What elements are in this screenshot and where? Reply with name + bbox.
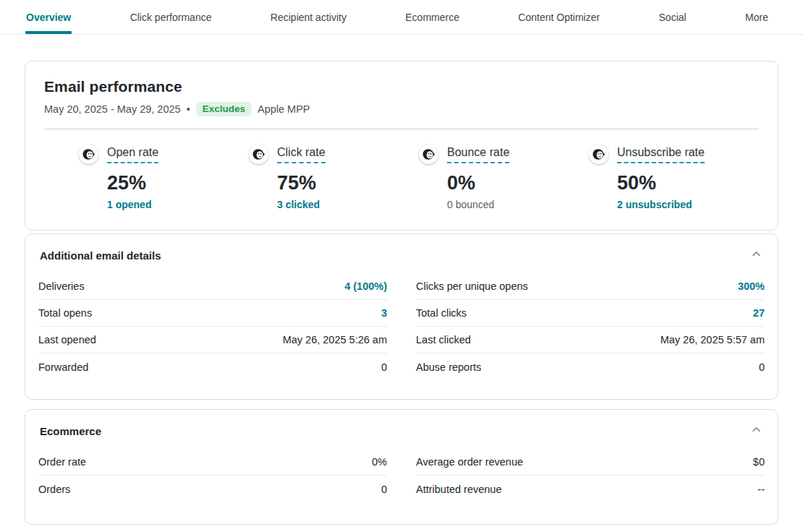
bounce-rate-label[interactable]: Bounce rate — [447, 146, 509, 163]
open-rate-value: 25% — [107, 172, 249, 194]
ecommerce-left-column: Order rate 0% Orders 0 — [38, 449, 387, 502]
table-row: Orders 0 — [38, 476, 387, 502]
total-opens-value-link[interactable]: 3 — [381, 307, 387, 319]
details-right-column: Clicks per unique opens 300% Total click… — [416, 273, 765, 380]
bounced-text: 0 bounced — [447, 199, 494, 210]
table-row: Total clicks 27 — [416, 300, 765, 327]
chevron-up-icon — [751, 249, 762, 262]
tab-label: Content Optimizer — [518, 12, 600, 23]
row-label: Total clicks — [416, 307, 467, 319]
report-tabbar: Overview Click performance Recipient act… — [0, 0, 803, 35]
row-label: Forwarded — [38, 361, 88, 373]
details-left-column: Deliveries 4 (100%) Total opens 3 Last o… — [38, 273, 387, 380]
deliveries-value-link[interactable]: 4 (100%) — [344, 280, 387, 292]
tab-social[interactable]: Social — [659, 0, 687, 34]
last-opened-value: May 26, 2025 5:26 am — [283, 334, 387, 346]
tab-label: Click performance — [130, 12, 212, 23]
header-divider — [44, 129, 759, 129]
clicked-link[interactable]: 3 clicked — [277, 199, 320, 210]
row-label: Last clicked — [416, 334, 471, 346]
row-label: Orders — [38, 484, 70, 495]
tab-more[interactable]: More — [745, 0, 768, 34]
tab-label: Social — [659, 12, 687, 23]
tab-recipient-activity[interactable]: Recipient activity — [271, 0, 347, 34]
excludes-badge: Excludes — [196, 102, 252, 116]
row-label: Clicks per unique opens — [416, 280, 528, 292]
excludes-target: Apple MPP — [258, 103, 310, 115]
collapse-additional-details-button[interactable] — [749, 247, 763, 263]
tab-label: More — [745, 12, 768, 23]
additional-details-card: Additional email details Deliveries 4 (1… — [25, 233, 778, 400]
table-row: Forwarded 0 — [38, 353, 387, 380]
tab-ecommerce[interactable]: Ecommerce — [405, 0, 459, 34]
average-order-revenue-value: $0 — [753, 456, 765, 468]
freddie-mailchimp-icon — [589, 145, 608, 164]
metric-unsubscribe-rate: Unsubscribe rate 50% 2 unsubscribed — [589, 145, 759, 211]
forwarded-value: 0 — [381, 361, 387, 373]
unsubscribed-link[interactable]: 2 unsubscribed — [617, 199, 692, 210]
tab-label: Ecommerce — [405, 12, 459, 23]
metrics-row: Open rate 25% 1 opened C — [44, 145, 759, 211]
collapse-ecommerce-button[interactable] — [749, 423, 763, 439]
ecommerce-card: Ecommerce Order rate 0% Orders 0 Average… — [25, 409, 778, 525]
click-rate-value: 75% — [277, 172, 419, 194]
row-label: Average order revenue — [416, 456, 523, 468]
bounce-rate-value: 0% — [447, 172, 589, 194]
abuse-reports-value: 0 — [759, 361, 765, 373]
open-rate-label[interactable]: Open rate — [107, 146, 158, 163]
row-label: Abuse reports — [416, 361, 481, 373]
total-clicks-value-link[interactable]: 27 — [753, 307, 765, 319]
report-date-row: May 20, 2025 - May 29, 2025 • Excludes A… — [44, 102, 759, 116]
additional-details-title: Additional email details — [40, 249, 161, 262]
email-performance-title: Email performance — [44, 78, 759, 95]
table-row: Deliveries 4 (100%) — [38, 273, 387, 300]
order-rate-value: 0% — [372, 456, 387, 468]
row-label: Deliveries — [38, 280, 85, 292]
orders-value: 0 — [381, 484, 387, 495]
active-tab-underline — [25, 31, 72, 34]
table-row: Attributed revenue -- — [416, 476, 765, 502]
opened-link[interactable]: 1 opened — [107, 199, 151, 210]
metric-open-rate: Open rate 25% 1 opened — [79, 145, 249, 211]
click-rate-label[interactable]: Click rate — [277, 146, 326, 163]
table-row: Abuse reports 0 — [416, 353, 765, 380]
table-row: Clicks per unique opens 300% — [416, 273, 765, 300]
bullet-separator: • — [187, 103, 190, 115]
ecommerce-title: Ecommerce — [40, 425, 101, 437]
row-label: Order rate — [38, 456, 86, 468]
metric-click-rate: Click rate 75% 3 clicked — [249, 145, 419, 211]
row-label: Total opens — [38, 307, 92, 319]
table-row: Average order revenue $0 — [416, 449, 765, 476]
last-clicked-value: May 26, 2025 5:57 am — [660, 334, 765, 346]
freddie-mailchimp-icon — [249, 145, 268, 164]
tab-overview[interactable]: Overview — [26, 0, 71, 34]
tab-content-optimizer[interactable]: Content Optimizer — [518, 0, 600, 34]
unsubscribe-rate-value: 50% — [617, 172, 759, 194]
ecommerce-right-column: Average order revenue $0 Attributed reve… — [416, 449, 765, 502]
table-row: Last opened May 26, 2025 5:26 am — [38, 327, 387, 353]
row-label: Attributed revenue — [416, 484, 502, 495]
unsubscribe-rate-label[interactable]: Unsubscribe rate — [617, 146, 705, 163]
tab-label: Overview — [26, 12, 71, 23]
table-row: Total opens 3 — [38, 300, 387, 327]
table-row: Last clicked May 26, 2025 5:57 am — [416, 327, 765, 353]
metric-bounce-rate: Bounce rate 0% 0 bounced — [419, 145, 589, 211]
row-label: Last opened — [38, 334, 96, 346]
attributed-revenue-value: -- — [757, 484, 765, 495]
freddie-mailchimp-icon — [79, 145, 98, 164]
clicks-per-unique-opens-value-link[interactable]: 300% — [738, 280, 765, 292]
tab-click-performance[interactable]: Click performance — [130, 0, 212, 34]
date-range: May 20, 2025 - May 29, 2025 — [44, 103, 181, 115]
tab-label: Recipient activity — [271, 12, 347, 23]
chevron-up-icon — [751, 424, 762, 437]
freddie-mailchimp-icon — [419, 145, 438, 164]
email-performance-card: Email performance May 20, 2025 - May 29,… — [25, 61, 778, 231]
table-row: Order rate 0% — [38, 449, 387, 476]
